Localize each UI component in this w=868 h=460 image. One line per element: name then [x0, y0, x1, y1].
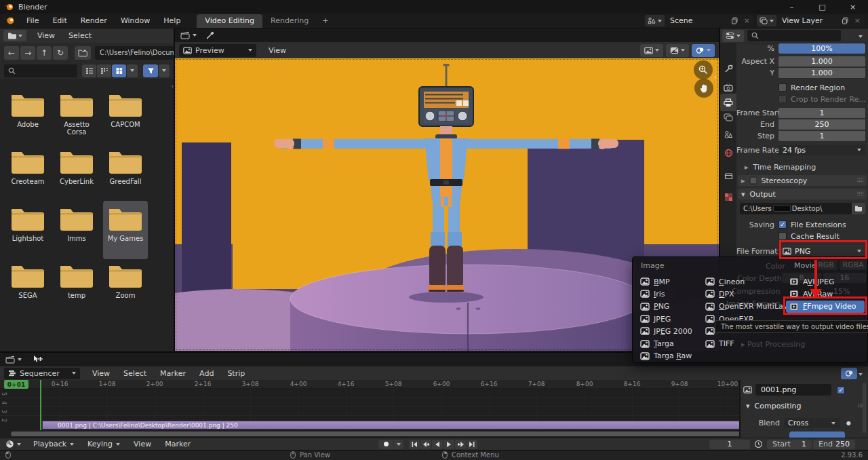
start-frame-field[interactable]: Start1: [767, 440, 812, 449]
panel-grip-icon[interactable]: ⠿⠿: [856, 191, 863, 197]
maximize-button[interactable]: □: [807, 0, 837, 14]
menu-help[interactable]: Help: [157, 16, 187, 25]
properties-search-input[interactable]: [747, 30, 841, 41]
menu-item[interactable]: Iris: [637, 288, 696, 300]
image-strip[interactable]: 0001.png | C:\Users\Felino\Desktop\Rende…: [42, 421, 745, 429]
opacity-slider-partial[interactable]: [789, 432, 845, 438]
crop-to-render-checkbox[interactable]: [778, 95, 787, 103]
scene-icon[interactable]: [645, 15, 665, 26]
folder-item[interactable]: CyberLink: [54, 144, 99, 202]
unlink-scene-icon[interactable]: ×: [741, 16, 753, 25]
refresh-button[interactable]: ↻: [53, 46, 68, 60]
editor-type-sequencer-button[interactable]: [5, 356, 22, 364]
overlays-toggle-button[interactable]: [692, 44, 715, 57]
browse-folder-button[interactable]: [852, 203, 865, 214]
new-folder-button[interactable]: [75, 46, 91, 60]
close-button[interactable]: ×: [837, 0, 868, 14]
folder-item[interactable]: Lightshot: [5, 201, 50, 259]
back-button[interactable]: ←: [4, 46, 19, 60]
play-reverse-button[interactable]: [432, 440, 443, 449]
up-button[interactable]: ↑: [37, 46, 52, 60]
horizontal-scrollbar[interactable]: [11, 432, 742, 436]
tab-tool-icon[interactable]: [720, 60, 736, 77]
file-extensions-checkbox[interactable]: ✓: [778, 221, 787, 229]
file-format-dropdown[interactable]: PNG: [778, 245, 865, 258]
menu-item[interactable]: TIFF: [702, 337, 799, 349]
folder-item[interactable]: Assetto Corsa: [54, 87, 99, 145]
folder-item[interactable]: My Games: [103, 201, 148, 259]
sq-menu-select[interactable]: Select: [117, 369, 153, 378]
tab-view-layer-icon[interactable]: [720, 109, 736, 126]
compositing-panel-header[interactable]: ▾ Compositing ⠿⠿: [746, 402, 864, 410]
fb-menu-select[interactable]: Select: [62, 31, 98, 40]
display-channels-button[interactable]: [640, 44, 663, 57]
jump-to-start-button[interactable]: [409, 440, 420, 449]
editor-type-timeline-button[interactable]: [5, 440, 21, 448]
use-preview-range-clock-icon[interactable]: [754, 440, 763, 448]
forward-button[interactable]: →: [20, 46, 35, 60]
folder-item[interactable]: temp: [54, 258, 99, 316]
panel-grip-icon[interactable]: ⠿⠿: [856, 178, 863, 184]
sq-menu-strip[interactable]: Strip: [220, 369, 252, 378]
cache-result-checkbox[interactable]: [778, 232, 787, 240]
playhead-frame-badge[interactable]: 0+01: [4, 380, 28, 389]
next-keyframe-button[interactable]: [455, 440, 466, 449]
preview-shading-button[interactable]: [666, 44, 689, 57]
area-divider[interactable]: [174, 28, 175, 351]
editor-type-file-browser-button[interactable]: [3, 30, 26, 41]
folder-item[interactable]: CAPCOM: [103, 87, 148, 145]
editor-type-properties-button[interactable]: [722, 30, 744, 42]
frame-rate-dropdown[interactable]: 24 fps: [778, 145, 865, 155]
sequencer-ruler[interactable]: 0+161+082+002+163+084+004+165+086+006+16…: [0, 380, 868, 389]
view-layer-icon[interactable]: [757, 15, 776, 26]
menu-item[interactable]: JPEG 2000: [637, 325, 696, 337]
sequencer-mode-dropdown[interactable]: Sequencer: [4, 368, 80, 379]
folder-item[interactable]: Adobe: [5, 87, 50, 145]
stereoscopy-checkbox[interactable]: [749, 177, 757, 185]
filter-settings-dropdown[interactable]: [159, 64, 170, 77]
sq-menu-view[interactable]: View: [85, 369, 117, 378]
menu-item[interactable]: JPEG: [637, 313, 696, 325]
record-button[interactable]: [378, 440, 393, 449]
tab-video-editing[interactable]: Video Editing: [197, 14, 262, 28]
blend-dropdown[interactable]: Cross: [784, 418, 840, 428]
zoom-button[interactable]: [694, 60, 713, 79]
tab-rendering[interactable]: Rendering: [262, 14, 317, 28]
copy-scene-icon[interactable]: [729, 17, 741, 24]
keying-menu[interactable]: Keying: [81, 440, 127, 448]
stereoscopy-panel-header[interactable]: ▸ Stereoscopy ⠿⠿: [738, 175, 867, 186]
display-settings-dropdown[interactable]: [127, 64, 138, 77]
menu-window[interactable]: Window: [114, 16, 157, 25]
folder-item[interactable]: Creoteam: [5, 144, 50, 202]
menu-item[interactable]: Cineon: [702, 275, 799, 288]
preview-menu-view[interactable]: View: [262, 46, 293, 55]
aspect-x-field[interactable]: 1.000: [778, 56, 865, 66]
menu-item[interactable]: Targa: [637, 337, 696, 349]
blender-menu-icon[interactable]: [5, 16, 16, 25]
tab-texture-icon[interactable]: [720, 188, 736, 206]
editor-type-preview-button[interactable]: [180, 31, 197, 39]
filter-icon[interactable]: [143, 64, 158, 77]
tab-world-icon[interactable]: [720, 144, 736, 161]
folder-item[interactable]: GreedFall: [103, 144, 148, 202]
step-field[interactable]: 1: [778, 131, 865, 141]
sequencer-overlays-dropdown[interactable]: [859, 369, 863, 378]
output-path-field[interactable]: C:\Users Desktop\: [740, 203, 852, 214]
sq-menu-add[interactable]: Add: [193, 369, 220, 378]
copy-view-layer-icon[interactable]: [840, 17, 851, 24]
percent-slider[interactable]: 100%: [778, 43, 865, 54]
properties-filter-dropdown[interactable]: [859, 31, 863, 40]
tl-menu-marker[interactable]: Marker: [158, 440, 197, 448]
search-input[interactable]: [4, 64, 77, 77]
prev-keyframe-button[interactable]: [420, 440, 431, 449]
menu-item[interactable]: AVI JPEG: [786, 275, 865, 288]
horizontal-list-view-button[interactable]: [97, 64, 111, 77]
output-panel-header[interactable]: ▾ Output ⠿⠿: [738, 189, 867, 199]
menu-render[interactable]: Render: [74, 16, 114, 25]
path-field[interactable]: C:\Users\Felino\Docume...: [95, 46, 174, 60]
tweak-tool-icon[interactable]: [33, 355, 43, 364]
strip-mute-checkbox[interactable]: ✓: [837, 386, 845, 394]
jump-to-end-button[interactable]: [467, 440, 477, 449]
view-layer-selector[interactable]: View Layer ×: [757, 15, 864, 26]
collapse-panel-arrow-icon[interactable]: ‹: [714, 73, 717, 81]
